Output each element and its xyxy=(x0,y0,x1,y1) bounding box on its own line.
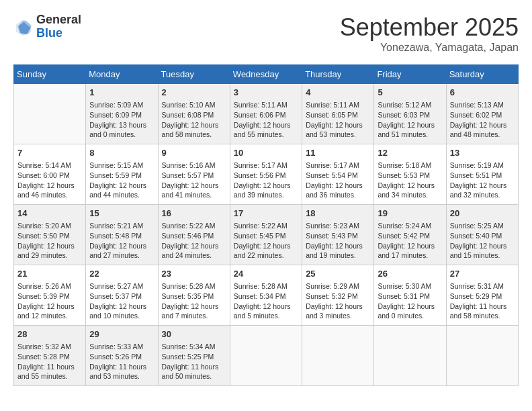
calendar-week-1: 1Sunrise: 5:09 AMSunset: 6:09 PMDaylight… xyxy=(14,84,519,144)
day-info: Daylight: 12 hours xyxy=(306,241,370,251)
header-row: SundayMondayTuesdayWednesdayThursdayFrid… xyxy=(14,65,519,84)
day-info: Sunset: 5:43 PM xyxy=(306,231,370,241)
day-info: Daylight: 12 hours xyxy=(306,120,370,130)
day-info: Sunrise: 5:12 AM xyxy=(378,100,442,110)
day-info: Sunset: 6:03 PM xyxy=(378,110,442,120)
day-number: 6 xyxy=(450,87,515,99)
calendar-cell: 18Sunrise: 5:23 AMSunset: 5:43 PMDayligh… xyxy=(302,205,374,265)
day-number: 16 xyxy=(162,208,226,220)
day-number: 17 xyxy=(234,208,298,220)
day-number: 8 xyxy=(89,147,154,159)
calendar-cell: 30Sunrise: 5:34 AMSunset: 5:25 PMDayligh… xyxy=(158,326,230,386)
day-info: and 3 minutes. xyxy=(306,311,370,321)
logo-text: General Blue xyxy=(36,13,81,40)
calendar-cell: 6Sunrise: 5:13 AMSunset: 6:02 PMDaylight… xyxy=(446,84,518,144)
day-info: Sunset: 5:32 PM xyxy=(306,291,370,302)
day-info: and 55 minutes. xyxy=(234,130,298,140)
day-info: and 55 minutes. xyxy=(17,371,82,381)
calendar-cell xyxy=(446,326,518,386)
day-info: and 50 minutes. xyxy=(162,371,226,381)
day-info: and 51 minutes. xyxy=(378,130,442,140)
day-info: Sunset: 5:25 PM xyxy=(162,352,226,362)
day-info: Sunset: 5:35 PM xyxy=(162,291,226,302)
logo: General Blue xyxy=(13,13,81,40)
calendar-week-3: 14Sunrise: 5:20 AMSunset: 5:50 PMDayligh… xyxy=(14,205,519,265)
day-info: Sunrise: 5:18 AM xyxy=(378,161,442,171)
calendar-week-4: 21Sunrise: 5:26 AMSunset: 5:39 PMDayligh… xyxy=(14,265,519,326)
calendar-cell: 16Sunrise: 5:22 AMSunset: 5:46 PMDayligh… xyxy=(158,205,230,265)
day-info: Daylight: 11 hours xyxy=(450,302,515,312)
day-info: and 39 minutes. xyxy=(234,190,298,200)
day-info: Daylight: 12 hours xyxy=(450,241,515,251)
calendar-cell xyxy=(302,326,374,386)
day-info: Sunrise: 5:17 AM xyxy=(234,161,298,171)
day-info: Sunset: 5:29 PM xyxy=(450,291,515,302)
calendar-cell: 14Sunrise: 5:20 AMSunset: 5:50 PMDayligh… xyxy=(14,205,86,265)
day-info: Daylight: 12 hours xyxy=(89,302,154,312)
day-info: and 15 minutes. xyxy=(450,250,515,261)
logo-general: General xyxy=(36,13,81,27)
header-cell-tuesday: Tuesday xyxy=(158,65,230,84)
logo-blue: Blue xyxy=(36,27,81,40)
day-info: and 19 minutes. xyxy=(306,250,370,261)
day-info: Sunrise: 5:16 AM xyxy=(162,161,226,171)
day-number: 21 xyxy=(17,268,82,280)
day-info: Sunset: 6:06 PM xyxy=(234,110,298,120)
day-info: Daylight: 12 hours xyxy=(162,181,226,191)
day-info: and 41 minutes. xyxy=(162,190,226,200)
day-info: Sunrise: 5:14 AM xyxy=(17,161,82,171)
day-info: Sunset: 5:40 PM xyxy=(450,231,515,241)
day-info: Daylight: 12 hours xyxy=(234,241,298,251)
day-number: 9 xyxy=(162,147,226,159)
calendar-cell: 13Sunrise: 5:19 AMSunset: 5:51 PMDayligh… xyxy=(446,144,518,205)
calendar-cell: 5Sunrise: 5:12 AMSunset: 6:03 PMDaylight… xyxy=(374,84,446,144)
logo-icon xyxy=(13,17,34,37)
day-info: Daylight: 12 hours xyxy=(17,241,82,251)
day-info: Daylight: 12 hours xyxy=(234,181,298,191)
day-info: Sunrise: 5:25 AM xyxy=(450,221,515,231)
calendar-cell: 9Sunrise: 5:16 AMSunset: 5:57 PMDaylight… xyxy=(158,144,230,205)
day-number: 28 xyxy=(17,328,82,340)
day-info: and 0 minutes. xyxy=(378,311,442,321)
day-number: 3 xyxy=(234,87,298,99)
day-info: Sunrise: 5:20 AM xyxy=(17,221,82,231)
location: Yonezawa, Yamagata, Japan xyxy=(340,42,519,54)
day-number: 30 xyxy=(162,328,226,340)
calendar-cell: 22Sunrise: 5:27 AMSunset: 5:37 PMDayligh… xyxy=(86,265,158,326)
day-number: 23 xyxy=(162,268,226,280)
day-info: Sunrise: 5:22 AM xyxy=(234,221,298,231)
day-info: Sunrise: 5:09 AM xyxy=(89,100,154,110)
calendar-cell: 10Sunrise: 5:17 AMSunset: 5:56 PMDayligh… xyxy=(230,144,302,205)
calendar-cell: 27Sunrise: 5:31 AMSunset: 5:29 PMDayligh… xyxy=(446,265,518,326)
header-cell-saturday: Saturday xyxy=(446,65,518,84)
day-number: 29 xyxy=(89,328,154,340)
day-info: and 22 minutes. xyxy=(234,250,298,261)
calendar-cell: 17Sunrise: 5:22 AMSunset: 5:45 PMDayligh… xyxy=(230,205,302,265)
header-cell-wednesday: Wednesday xyxy=(230,65,302,84)
day-info: Sunrise: 5:33 AM xyxy=(89,342,154,352)
day-number: 26 xyxy=(378,268,442,280)
day-info: Daylight: 12 hours xyxy=(450,181,515,191)
day-info: Sunrise: 5:28 AM xyxy=(162,281,226,291)
day-info: Sunrise: 5:13 AM xyxy=(450,100,515,110)
day-info: Sunset: 6:02 PM xyxy=(450,110,515,120)
day-info: and 29 minutes. xyxy=(17,250,82,261)
day-info: Daylight: 11 hours xyxy=(89,362,154,372)
day-info: and 58 minutes. xyxy=(450,311,515,321)
day-info: and 27 minutes. xyxy=(89,250,154,261)
day-info: Daylight: 12 hours xyxy=(450,120,515,130)
day-number: 5 xyxy=(378,87,442,99)
calendar-cell: 2Sunrise: 5:10 AMSunset: 6:08 PMDaylight… xyxy=(158,84,230,144)
day-info: Daylight: 12 hours xyxy=(306,302,370,312)
day-info: Sunrise: 5:29 AM xyxy=(306,281,370,291)
day-number: 1 xyxy=(89,87,154,99)
day-info: and 0 minutes. xyxy=(89,130,154,140)
calendar-table: SundayMondayTuesdayWednesdayThursdayFrid… xyxy=(13,64,519,386)
day-info: and 34 minutes. xyxy=(378,190,442,200)
calendar-cell xyxy=(230,326,302,386)
day-info: Sunset: 5:39 PM xyxy=(17,291,82,302)
day-info: Sunrise: 5:11 AM xyxy=(234,100,298,110)
day-info: Daylight: 13 hours xyxy=(89,120,154,130)
day-info: Sunset: 5:57 PM xyxy=(162,171,226,181)
day-info: and 36 minutes. xyxy=(306,190,370,200)
